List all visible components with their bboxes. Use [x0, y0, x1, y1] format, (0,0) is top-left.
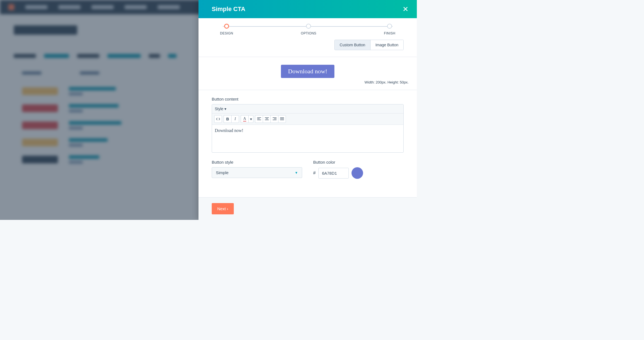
close-icon[interactable]: ✕: [402, 6, 409, 13]
form-area: Button content Style ▾ B I A ▾: [198, 90, 417, 197]
step-options[interactable]: OPTIONS: [301, 24, 316, 35]
style-dropdown-label: Style: [215, 107, 223, 111]
align-left-icon[interactable]: [255, 115, 263, 123]
cta-editor-drawer: Simple CTA ✕ DESIGN OPTIONS FINISH Custo…: [198, 0, 417, 220]
button-content-input[interactable]: Download now!: [212, 125, 403, 152]
image-button-option[interactable]: Image Button: [370, 40, 403, 50]
preview-cta-button: Download now!: [281, 65, 334, 78]
button-color-label: Button color: [313, 160, 404, 164]
wizard-steps: DESIGN OPTIONS FINISH: [220, 24, 395, 35]
chevron-down-icon: ▼: [295, 171, 298, 175]
chevron-right-icon: ›: [227, 206, 228, 211]
editor-toolbar: B I A ▾: [212, 114, 403, 125]
color-swatch[interactable]: [351, 167, 363, 179]
button-type-toggle: Custom Button Image Button: [334, 40, 404, 50]
drawer-header: Simple CTA ✕: [198, 0, 417, 18]
step-dot-icon: [224, 24, 229, 29]
step-dot-icon: [387, 24, 392, 29]
bold-icon[interactable]: B: [224, 115, 231, 123]
drawer-footer: Next ›: [198, 197, 417, 220]
rich-text-editor: Style ▾ B I A ▾: [212, 104, 404, 153]
custom-button-option[interactable]: Custom Button: [335, 40, 370, 50]
drawer-title: Simple CTA: [212, 6, 245, 13]
button-style-value: Simple: [216, 170, 229, 175]
step-label: FINISH: [384, 31, 395, 35]
step-finish[interactable]: FINISH: [384, 24, 395, 35]
hash-symbol: #: [313, 171, 316, 176]
align-right-icon[interactable]: [270, 115, 278, 123]
italic-icon[interactable]: I: [231, 115, 239, 123]
style-dropdown[interactable]: Style ▾: [212, 104, 403, 114]
align-justify-icon[interactable]: [278, 115, 286, 123]
preview-dimensions: Width: 200px. Height: 50px.: [198, 78, 417, 87]
button-color-input[interactable]: [318, 168, 349, 179]
button-style-select[interactable]: Simple ▼: [212, 167, 302, 178]
button-preview: Download now! Width: 200px. Height: 50px…: [198, 57, 417, 90]
source-code-icon[interactable]: [214, 115, 222, 123]
step-design[interactable]: DESIGN: [220, 24, 233, 35]
next-button[interactable]: Next ›: [212, 203, 234, 214]
next-button-label: Next: [217, 206, 226, 211]
button-content-label: Button content: [212, 97, 404, 101]
wizard-steps-section: DESIGN OPTIONS FINISH Custom Button Imag…: [198, 18, 417, 57]
chevron-down-icon: ▾: [224, 107, 226, 111]
text-color-icon[interactable]: A: [241, 115, 248, 123]
step-dot-icon: [306, 24, 311, 29]
step-label: DESIGN: [220, 31, 233, 35]
step-label: OPTIONS: [301, 31, 316, 35]
text-color-dropdown-icon[interactable]: ▾: [248, 115, 253, 123]
align-center-icon[interactable]: [263, 115, 270, 123]
button-style-label: Button style: [212, 160, 302, 164]
